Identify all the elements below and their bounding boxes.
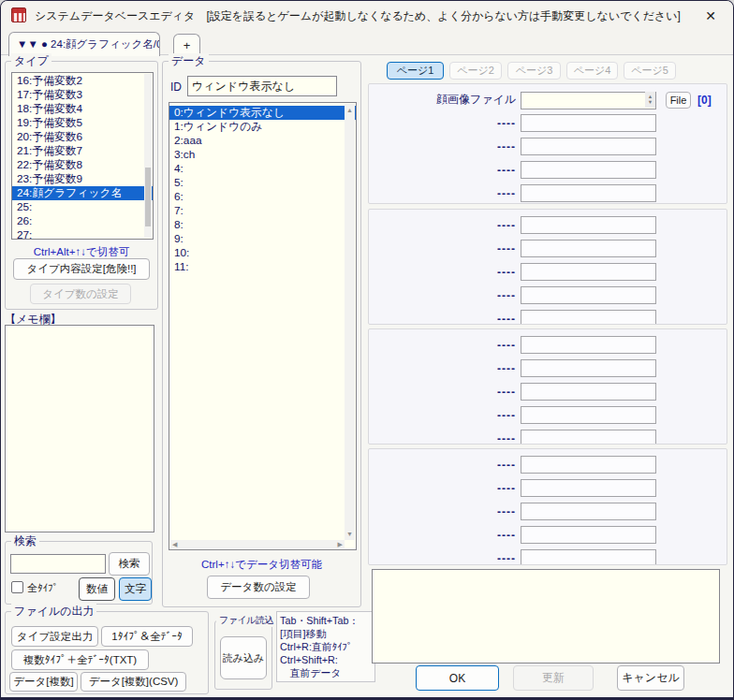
update-button[interactable]: 更新 — [513, 665, 594, 691]
type-list-item[interactable]: 19:予備変数5 — [12, 116, 153, 130]
data-list-item[interactable]: 8: — [169, 218, 356, 232]
field-input[interactable] — [521, 549, 656, 565]
data-list-item[interactable]: 2:aaa — [169, 134, 356, 148]
search-button[interactable]: 検索 — [109, 552, 150, 576]
field-row: ---- — [369, 310, 727, 325]
field-input[interactable] — [521, 406, 656, 424]
data-list-item[interactable]: 5: — [169, 176, 356, 190]
page-tab-1[interactable]: ページ1 — [387, 62, 444, 80]
id-input[interactable] — [187, 76, 337, 96]
field-input[interactable] — [521, 286, 656, 304]
data-list-item[interactable]: 6: — [169, 190, 356, 204]
data-list-h-scrollbar[interactable]: ◀ ▶ — [170, 540, 345, 548]
all-type-checkbox[interactable] — [11, 581, 23, 593]
type-list-item[interactable]: 17:予備変数3 — [12, 88, 153, 102]
type-list-item[interactable]: 22:予備変数8 — [12, 158, 153, 172]
numeric-search-button[interactable]: 数値 — [79, 577, 115, 601]
empty-field-label: ---- — [369, 505, 521, 518]
data-list-item-selected[interactable]: 0:ウィンドウ表示なし — [169, 106, 356, 120]
ok-button[interactable]: OK — [416, 665, 499, 691]
type-list-item[interactable]: 26: — [12, 214, 153, 228]
text-search-button[interactable]: 文字 — [119, 577, 152, 601]
count-badge: [0] — [697, 94, 712, 107]
type-list-item[interactable]: 21:予備変数7 — [12, 144, 153, 158]
field-input[interactable] — [521, 216, 656, 234]
load-button[interactable]: 読み込み — [220, 636, 267, 679]
type-list-item-selected[interactable]: 24:顔グラフィック名 — [12, 186, 153, 200]
data-multi-button[interactable]: データ[複数] — [9, 672, 78, 692]
empty-field-label: ---- — [369, 187, 521, 200]
scrollbar-thumb[interactable] — [145, 168, 151, 226]
spinner-down-icon[interactable]: ▼ — [648, 100, 653, 105]
field-input[interactable] — [521, 359, 656, 377]
scroll-left-icon[interactable]: ◀ — [172, 540, 177, 548]
page-tab-4[interactable]: ページ4 — [566, 62, 618, 80]
type-list-item[interactable]: 20:予備変数6 — [12, 130, 153, 144]
data-multi-csv-button[interactable]: データ[複数](CSV) — [81, 672, 186, 692]
field-input[interactable] — [521, 138, 656, 155]
data-list-item[interactable]: 11: — [169, 260, 356, 274]
field-input[interactable] — [521, 503, 656, 520]
data-count-settings-button[interactable]: データ数の設定 — [207, 576, 310, 599]
field-input[interactable] — [521, 161, 656, 179]
field-input[interactable] — [521, 114, 656, 132]
file-button[interactable]: File — [666, 92, 691, 109]
type-panel: タイプ 16:予備変数2 17:予備変数3 18:予備変数4 19:予備変数5 … — [5, 61, 158, 310]
memo-textarea[interactable] — [5, 325, 154, 532]
field-input[interactable] — [521, 430, 656, 445]
data-list-item[interactable]: 7: — [169, 204, 356, 218]
type-list-item[interactable]: 16:予備変数2 — [12, 74, 153, 88]
page-tab-5[interactable]: ページ5 — [624, 62, 676, 80]
field-row: ---- — [369, 479, 727, 497]
field-input[interactable] — [521, 263, 656, 281]
type-list-item[interactable]: 18:予備変数4 — [12, 102, 153, 116]
data-list-v-scrollbar[interactable]: ▲ ▼ — [345, 104, 355, 540]
type-count-settings-button[interactable]: タイプ数の設定 — [30, 284, 131, 304]
scroll-right-icon[interactable]: ▶ — [338, 540, 343, 548]
field-input[interactable] — [521, 184, 656, 202]
field-input[interactable] — [521, 479, 656, 497]
type-content-settings-button[interactable]: タイプ内容設定[危険!!] — [13, 258, 150, 280]
face-image-field: ▲ ▼ — [521, 91, 656, 109]
search-input[interactable] — [10, 554, 106, 574]
field-input[interactable] — [521, 456, 656, 474]
close-icon[interactable]: ✕ — [696, 4, 726, 27]
face-image-input[interactable] — [521, 92, 656, 109]
cancel-button[interactable]: キャンセル — [617, 665, 684, 691]
type-list-scrollbar[interactable] — [144, 74, 152, 238]
field-input[interactable] — [521, 310, 656, 325]
empty-field-label: ---- — [369, 432, 521, 445]
field-row: ---- — [369, 549, 727, 565]
type-list-item[interactable]: 27: — [12, 228, 153, 240]
type-list-item[interactable]: 25: — [12, 200, 153, 214]
page-tab-3[interactable]: ページ3 — [507, 62, 561, 80]
field-row: ---- — [369, 114, 727, 132]
tab-bar: ▼▼ ● 24:顔グラフィック名/0:... + — [1, 29, 733, 55]
empty-field-label: ---- — [369, 386, 521, 399]
field-row: ---- — [369, 336, 727, 354]
field-input[interactable] — [521, 526, 656, 544]
type-setting-output-button[interactable]: タイプ設定出力 — [11, 626, 98, 647]
data-switch-hint: Ctrl+↑↓でデータ切替可能 — [163, 558, 360, 572]
scroll-up-icon[interactable]: ▲ — [345, 107, 355, 113]
page-tab-2[interactable]: ページ2 — [449, 62, 502, 80]
type-list-item[interactable]: 23:予備変数9 — [12, 172, 153, 186]
scroll-down-icon[interactable]: ▼ — [345, 531, 355, 537]
data-list-item[interactable]: 3:ch — [169, 148, 356, 162]
empty-field-label: ---- — [369, 339, 521, 352]
data-list-item[interactable]: 10: — [169, 246, 356, 260]
field-input[interactable] — [521, 336, 656, 354]
shortcut-note-line: Tab・Shift+Tab： — [280, 614, 372, 627]
data-list-item[interactable]: 9: — [169, 232, 356, 246]
data-list-item[interactable]: 1:ウィンドウのみ — [169, 120, 356, 134]
multi-type-all-data-txt-button[interactable]: 複数ﾀｲﾌﾟ＋全ﾃﾞｰﾀ(TXT) — [11, 649, 149, 670]
one-type-all-data-button[interactable]: 1ﾀｲﾌﾟ＆全ﾃﾞｰﾀ — [101, 626, 193, 647]
field-input[interactable] — [521, 383, 656, 401]
data-memo-textarea[interactable] — [372, 569, 720, 664]
field-group-2: ---- ---- ---- ---- ---- — [368, 209, 727, 325]
field-row: ---- — [369, 240, 727, 257]
shortcut-note-line: 直前データ — [280, 666, 372, 679]
field-input[interactable] — [521, 240, 656, 257]
page-tabs: ページ1 ページ2 ページ3 ページ4 ページ5 — [368, 62, 727, 80]
data-list-item[interactable]: 4: — [169, 162, 356, 176]
